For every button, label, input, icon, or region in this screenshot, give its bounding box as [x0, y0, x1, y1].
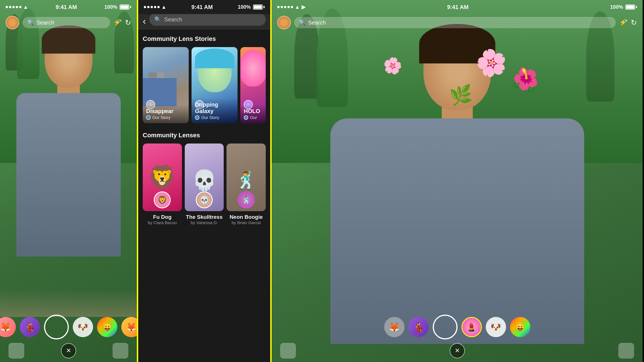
avatar-right[interactable] [277, 16, 291, 29]
lens-thumb-neonboogie: 🕺 🕺 [227, 144, 266, 211]
section-title-stories: Community Lens Stories [143, 35, 266, 43]
story-cards-row: Disappear Our Story [143, 47, 266, 123]
right-phone-panel: 🌸 🌺 🌿 🌸 ▲ ▶ 9:41 AM 100% [272, 0, 643, 362]
lens-circle-6-left[interactable]: 🦊 [121, 317, 139, 337]
search-label-left: Search [36, 19, 54, 26]
search-results-panel: ▲ 9:41 AM 100% ‹ 🔍 Search Communi [138, 0, 270, 362]
camera-header-right: 🔍 Search ⚡✕ ↻ [272, 14, 643, 31]
search-label-right: Search [308, 19, 326, 26]
lens-circle-main-left[interactable] [44, 315, 69, 339]
section-title-lenses: Community Lenses [143, 132, 266, 139]
lens-circle-selected-right[interactable]: 💄 [461, 317, 482, 337]
lens-circles-left: 🦊 💃 🐶 😛 🦊 [0, 311, 137, 343]
header-icons-left: ⚡✕ ↻ [113, 18, 131, 27]
lens-circle-6-right[interactable]: 😛 [510, 317, 530, 337]
close-btn-right[interactable]: ✕ [450, 343, 465, 358]
wifi-icon: ▲ [23, 4, 28, 10]
lens-name-skulltress: The Skulltress [185, 214, 224, 220]
search-icon-right: 🔍 [299, 19, 306, 26]
lens-thumb-skulltress: 💀 💀 [185, 144, 224, 211]
lens-avatar-skulltress: 💀 [196, 191, 213, 208]
status-bar-right: ▲ ▶ 9:41 AM 100% [272, 0, 643, 14]
lens-avatar-neonboogie: 🕺 [238, 191, 255, 208]
status-left: ▲ [6, 4, 28, 10]
story-sub-galaxy: Our Story [195, 115, 234, 120]
search-placeholder-middle: Search [164, 16, 182, 23]
lens-circle-2-left[interactable]: 💃 [20, 317, 40, 337]
memories-btn-right[interactable] [618, 343, 634, 359]
close-icon-right: ✕ [455, 347, 460, 354]
story-name-disappear: Disappear [146, 108, 185, 114]
lens-circle-2-right[interactable]: 💃 [408, 317, 429, 337]
lens-bar-left: 🦊 💃 🐶 😛 🦊 ✕ [0, 311, 137, 362]
close-btn-left[interactable]: ✕ [61, 343, 76, 358]
bottom-controls-left: ✕ [0, 343, 137, 362]
story-sub-disappear: Our Story [146, 115, 185, 120]
lens-circle-5-left[interactable]: 😛 [97, 317, 117, 337]
lens-items-grid: 🦁 🦁 Fu Dog by Clara Bacou 💀 [143, 144, 266, 225]
story-card-holo[interactable]: HOLO Our [240, 47, 266, 123]
lens-circle-5-right[interactable]: 🐶 [486, 317, 506, 337]
story-card-overlay-galaxy: Dripping Galaxy Our Story [192, 98, 238, 123]
lens-circles-right: 🦊 💃 💄 🐶 😛 [272, 311, 643, 343]
status-bar-middle: ▲ 9:41 AM 100% [138, 0, 270, 14]
lens-thumb-fudog: 🦁 🦁 [143, 144, 182, 211]
lens-circle-1-right[interactable]: 🦊 [384, 317, 405, 337]
lens-item-fudog[interactable]: 🦁 🦁 Fu Dog by Clara Bacou [143, 144, 182, 225]
lens-name-fudog: Fu Dog [143, 214, 182, 220]
battery-percent-middle: 100% [238, 4, 251, 10]
camera-background-right: 🌸 🌺 🌿 🌸 [272, 0, 643, 362]
story-name-galaxy: Dripping Galaxy [195, 101, 234, 114]
play-icon-right: ▶ [302, 4, 305, 10]
search-bar-right[interactable]: 🔍 Search [294, 17, 616, 28]
lens-author-neonboogie: by Brian Garcia [227, 220, 266, 225]
camera-flip-icon-right[interactable]: ↻ [631, 18, 637, 27]
lens-circle-4-left[interactable]: 🐶 [73, 317, 93, 337]
story-card-overlay-holo: HOLO Our [240, 105, 266, 123]
search-results-scroll[interactable]: Community Lens Stories Disa [138, 30, 270, 362]
lens-circle-1-left[interactable]: 🦊 [0, 317, 16, 337]
search-icon-left: 🔍 [27, 19, 34, 26]
gallery-btn-right[interactable] [280, 343, 296, 359]
status-time-middle: 9:41 AM [191, 4, 213, 10]
status-time-right: 9:41 AM [447, 4, 469, 10]
status-bar-left: ▲ 9:41 AM 100% [0, 0, 137, 14]
gallery-btn-left[interactable] [8, 343, 24, 359]
battery-percent-left: 100% [104, 4, 117, 10]
lens-item-skulltress[interactable]: 💀 💀 The Skulltress by Vanessa D. [185, 144, 224, 225]
header-icons-right: ⚡✕ ↻ [619, 18, 637, 27]
middle-phone-panel: ▲ 9:41 AM 100% ‹ 🔍 Search Communi [138, 0, 272, 362]
community-lenses-section: Community Lenses 🦁 🦁 Fu Dog by Cla [143, 132, 266, 225]
wifi-icon-right: ▲ [295, 4, 300, 10]
lens-author-skulltress: by Vanessa D. [185, 220, 224, 225]
signal-dots [6, 6, 21, 8]
camera-flip-icon-left[interactable]: ↻ [125, 18, 131, 27]
flash-crossed-icon-left[interactable]: ⚡✕ [113, 19, 121, 26]
story-card-disappear[interactable]: Disappear Our Story [143, 47, 189, 123]
story-card-dripping-galaxy[interactable]: Dripping Galaxy Our Story [192, 47, 238, 123]
wifi-icon-middle: ▲ [161, 4, 166, 10]
status-time-left: 9:41 AM [56, 4, 77, 10]
avatar-left[interactable] [6, 16, 19, 29]
lens-avatar-fudog: 🦁 [154, 191, 171, 208]
lens-circle-main-right[interactable] [433, 315, 458, 339]
lens-bar-right: 🦊 💃 💄 🐶 😛 ✕ [272, 311, 643, 362]
battery-icon-left [120, 5, 131, 10]
flash-crossed-icon-right[interactable]: ⚡✕ [619, 19, 627, 26]
globe-icon-disappear [146, 115, 151, 120]
camera-background [0, 0, 137, 362]
left-phone-panel: ▲ 9:41 AM 100% 🔍 Search ⚡✕ ↻ 🦊 💃 🐶 [0, 0, 138, 362]
community-lens-stories-section: Community Lens Stories Disa [143, 35, 266, 225]
memories-btn-left[interactable] [113, 343, 128, 359]
bottom-controls-right: ✕ [272, 343, 643, 362]
story-card-overlay-disappear: Disappear Our Story [143, 105, 189, 123]
lens-item-neonboogie[interactable]: 🕺 🕺 Neon Boogie by Brian Garcia [227, 144, 266, 225]
back-button-middle[interactable]: ‹ [143, 16, 146, 26]
battery-percent-right: 100% [610, 4, 623, 10]
search-input-bar-middle[interactable]: 🔍 Search [149, 13, 266, 26]
lens-name-neonboogie: Neon Boogie [227, 214, 266, 220]
story-name-holo: HOLO [244, 108, 262, 114]
search-bar-left[interactable]: 🔍 Search [23, 17, 110, 28]
globe-icon-holo [244, 115, 248, 120]
lens-author-fudog: by Clara Bacou [143, 220, 182, 225]
